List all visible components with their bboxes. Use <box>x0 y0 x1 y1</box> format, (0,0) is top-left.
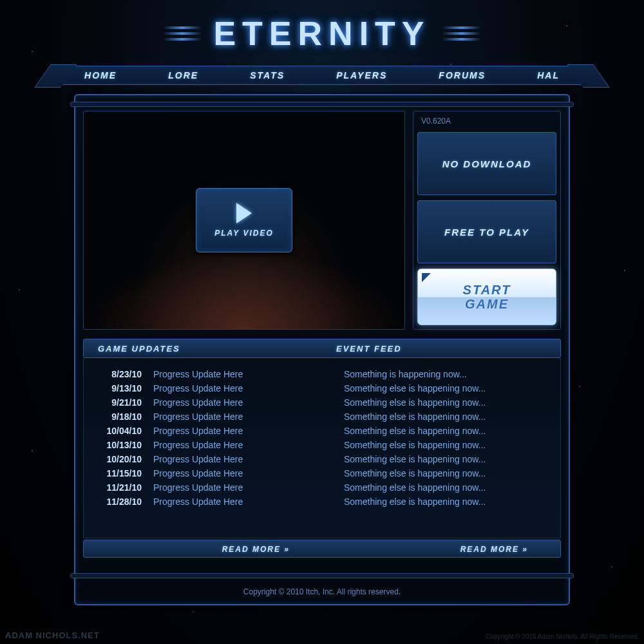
event-row[interactable]: Something else is happening now... <box>335 438 547 452</box>
event-row[interactable]: Something else is happening now... <box>335 381 547 395</box>
update-row[interactable]: 11/28/10Progress Update Here <box>97 495 309 509</box>
update-date: 10/13/10 <box>97 438 142 452</box>
update-text: Progress Update Here <box>153 495 243 509</box>
events-read-more[interactable]: READ MORE » <box>322 540 560 557</box>
update-row[interactable]: 9/18/10Progress Update Here <box>97 410 309 424</box>
update-row[interactable]: 11/21/10Progress Update Here <box>97 480 309 495</box>
nav-lore[interactable]: LORE <box>168 70 198 80</box>
play-video-button[interactable]: PLAY VIDEO <box>196 188 292 252</box>
version-label: V0.620A <box>417 115 556 127</box>
event-row[interactable]: Something is happening now... <box>335 367 547 381</box>
credit: Copyright © 2015 Adam Nichols. All Right… <box>486 633 639 640</box>
start-game-label: STARTGAME <box>463 283 511 311</box>
video-preview: PLAY VIDEO <box>83 111 405 330</box>
update-date: 10/20/10 <box>97 452 142 466</box>
update-date: 11/15/10 <box>97 466 142 480</box>
nav-home[interactable]: HOME <box>84 70 117 80</box>
nav-hal[interactable]: HAL <box>537 70 560 80</box>
logo-wing-right-icon <box>442 26 481 41</box>
event-row[interactable]: Something else is happening now... <box>335 452 547 466</box>
main-nav: HOME LORE STATS PLAYERS FORUMS HAL <box>58 66 586 85</box>
update-date: 9/18/10 <box>97 410 142 424</box>
updates-column: 8/23/10Progress Update Here9/13/10Progre… <box>84 367 322 529</box>
event-row[interactable]: Something else is happening now... <box>335 466 547 480</box>
start-game-button[interactable]: STARTGAME <box>417 269 556 325</box>
watermark: ADAM NICHOLS.NET <box>5 630 100 640</box>
event-row[interactable]: Something else is happening now... <box>335 424 547 438</box>
updates-header: GAME UPDATES <box>84 344 322 354</box>
feeds-footer: READ MORE » READ MORE » <box>83 540 561 558</box>
main-panel: PLAY VIDEO V0.620A NO DOWNLOAD FREE TO P… <box>74 94 570 605</box>
update-row[interactable]: 11/15/10Progress Update Here <box>97 466 309 480</box>
feature-no-download[interactable]: NO DOWNLOAD <box>417 132 556 195</box>
update-row[interactable]: 10/20/10Progress Update Here <box>97 452 309 466</box>
event-row[interactable]: Something else is happening now... <box>335 495 547 509</box>
logo-text: ETERNITY <box>213 14 430 53</box>
feature-free-to-play[interactable]: FREE TO PLAY <box>417 200 556 263</box>
event-row[interactable]: Something else is happening now... <box>335 410 547 424</box>
updates-read-more[interactable]: READ MORE » <box>84 540 322 557</box>
events-header: EVENT FEED <box>322 344 560 354</box>
update-date: 9/13/10 <box>97 381 142 395</box>
update-date: 11/21/10 <box>97 480 142 495</box>
update-text: Progress Update Here <box>153 424 243 438</box>
update-text: Progress Update Here <box>153 480 243 495</box>
feeds-body: 8/23/10Progress Update Here9/13/10Progre… <box>83 358 561 538</box>
event-row[interactable]: Something else is happening now... <box>335 395 547 410</box>
update-row[interactable]: 10/13/10Progress Update Here <box>97 438 309 452</box>
update-text: Progress Update Here <box>153 452 243 466</box>
update-date: 9/21/10 <box>97 395 142 410</box>
feeds-header: GAME UPDATES EVENT FEED <box>83 339 561 358</box>
nav-forums[interactable]: FORUMS <box>439 70 486 80</box>
logo-wing-left-icon <box>163 26 202 41</box>
update-text: Progress Update Here <box>153 381 243 395</box>
logo: ETERNITY <box>0 14 644 53</box>
update-date: 8/23/10 <box>97 367 142 381</box>
update-row[interactable]: 8/23/10Progress Update Here <box>97 367 309 381</box>
update-row[interactable]: 9/21/10Progress Update Here <box>97 395 309 410</box>
copyright: Copyright © 2010 Itch, Inc. All rights r… <box>75 587 569 596</box>
update-text: Progress Update Here <box>153 395 243 410</box>
update-text: Progress Update Here <box>153 466 243 480</box>
nav-players[interactable]: PLAYERS <box>336 70 387 80</box>
play-video-label: PLAY VIDEO <box>214 229 274 238</box>
play-icon <box>236 203 252 223</box>
side-panel: V0.620A NO DOWNLOAD FREE TO PLAY STARTGA… <box>413 111 561 330</box>
update-row[interactable]: 9/13/10Progress Update Here <box>97 381 309 395</box>
nav-stats[interactable]: STATS <box>250 70 285 80</box>
event-row[interactable]: Something else is happening now... <box>335 480 547 495</box>
update-date: 10/04/10 <box>97 424 142 438</box>
update-text: Progress Update Here <box>153 438 243 452</box>
update-text: Progress Update Here <box>153 367 243 381</box>
update-row[interactable]: 10/04/10Progress Update Here <box>97 424 309 438</box>
update-text: Progress Update Here <box>153 410 243 424</box>
update-date: 11/28/10 <box>97 495 142 509</box>
events-column: Something is happening now...Something e… <box>322 367 560 529</box>
